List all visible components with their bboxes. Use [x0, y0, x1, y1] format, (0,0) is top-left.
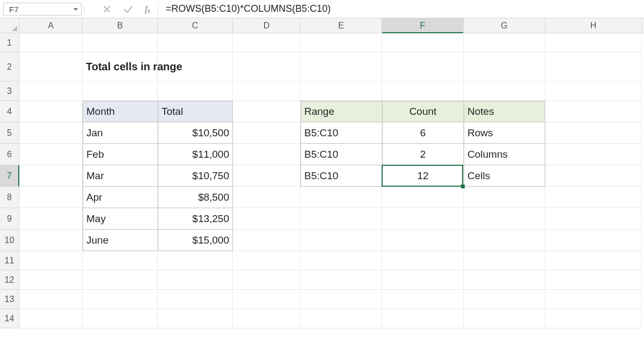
cell[interactable]: [19, 144, 83, 165]
cell[interactable]: [233, 290, 301, 309]
cell[interactable]: [545, 290, 642, 309]
cell[interactable]: [545, 82, 642, 101]
cell[interactable]: [545, 309, 642, 328]
cell[interactable]: [545, 270, 642, 290]
cell[interactable]: [382, 251, 464, 270]
cell[interactable]: [19, 270, 83, 290]
cell[interactable]: [158, 309, 233, 328]
cell[interactable]: [301, 53, 382, 82]
cell[interactable]: [158, 53, 233, 82]
cell[interactable]: [301, 82, 382, 101]
table2-header-range[interactable]: Range: [301, 101, 382, 122]
table1-cell[interactable]: June: [83, 230, 158, 251]
table2-cell[interactable]: Rows: [464, 122, 545, 144]
cell[interactable]: [464, 187, 545, 208]
cell[interactable]: [464, 53, 545, 82]
cell[interactable]: [301, 230, 382, 251]
cell[interactable]: [301, 187, 382, 208]
cell[interactable]: [545, 122, 642, 144]
cell[interactable]: [19, 82, 83, 101]
row-header-14[interactable]: 14: [0, 309, 19, 328]
cell[interactable]: [158, 290, 233, 309]
cell[interactable]: [464, 290, 545, 309]
col-header-C[interactable]: C: [158, 18, 233, 33]
cancel-icon[interactable]: [102, 4, 112, 14]
cell[interactable]: [233, 101, 301, 122]
chevron-down-icon[interactable]: [74, 8, 78, 11]
col-header-D[interactable]: D: [233, 18, 301, 33]
table1-cell[interactable]: $15,000: [158, 230, 233, 251]
cell[interactable]: [233, 165, 301, 187]
cell[interactable]: [464, 270, 545, 290]
row-header-8[interactable]: 8: [0, 187, 19, 208]
cell[interactable]: [382, 230, 464, 251]
cell[interactable]: [19, 53, 83, 82]
table1-cell[interactable]: $10,750: [158, 165, 233, 187]
row-header-13[interactable]: 13: [0, 290, 19, 309]
row-header-5[interactable]: 5: [0, 122, 19, 144]
table2-cell[interactable]: Cells: [464, 165, 545, 187]
cell[interactable]: [545, 208, 642, 230]
col-header-B[interactable]: B: [83, 18, 158, 33]
col-header-E[interactable]: E: [301, 18, 382, 33]
col-header-A[interactable]: A: [19, 18, 83, 33]
table1-cell[interactable]: Jan: [83, 122, 158, 144]
table1-cell[interactable]: Mar: [83, 165, 158, 187]
cell[interactable]: [382, 82, 464, 101]
cell[interactable]: [233, 122, 301, 144]
cell[interactable]: [158, 270, 233, 290]
cell[interactable]: [83, 82, 158, 101]
table2-header-notes[interactable]: Notes: [464, 101, 545, 122]
cell[interactable]: [83, 290, 158, 309]
cell[interactable]: [19, 309, 83, 328]
table2-cell[interactable]: 6: [382, 122, 464, 144]
table1-header-total[interactable]: Total: [158, 101, 233, 122]
cell[interactable]: [19, 208, 83, 230]
cell[interactable]: [83, 309, 158, 328]
cell[interactable]: [19, 101, 83, 122]
table2-cell[interactable]: B5:C10: [301, 165, 382, 187]
cell[interactable]: [83, 33, 158, 53]
cell[interactable]: [83, 251, 158, 270]
cell[interactable]: [301, 251, 382, 270]
cell[interactable]: [464, 251, 545, 270]
cell[interactable]: [158, 82, 233, 101]
table2-cell[interactable]: 2: [382, 144, 464, 165]
cell[interactable]: [233, 33, 301, 53]
cell[interactable]: [233, 251, 301, 270]
row-header-7[interactable]: 7: [0, 165, 19, 187]
cell[interactable]: [233, 230, 301, 251]
row-header-4[interactable]: 4: [0, 101, 19, 122]
select-all-corner[interactable]: [0, 18, 19, 33]
cell[interactable]: [19, 187, 83, 208]
cell[interactable]: [19, 230, 83, 251]
col-header-G[interactable]: G: [464, 18, 545, 33]
cell[interactable]: [382, 290, 464, 309]
table1-cell[interactable]: $8,500: [158, 187, 233, 208]
table1-cell[interactable]: $13,250: [158, 208, 233, 230]
formula-input[interactable]: =ROWS(B5:C10)*COLUMNS(B5:C10): [158, 0, 644, 18]
cell[interactable]: [301, 208, 382, 230]
cell[interactable]: [464, 309, 545, 328]
cell[interactable]: [233, 208, 301, 230]
cell[interactable]: [464, 230, 545, 251]
row-header-3[interactable]: 3: [0, 82, 19, 101]
table1-cell[interactable]: May: [83, 208, 158, 230]
col-header-H[interactable]: H: [545, 18, 642, 33]
cell[interactable]: [233, 82, 301, 101]
cell[interactable]: [464, 33, 545, 53]
cell[interactable]: [382, 270, 464, 290]
page-title[interactable]: Total cells in range: [83, 53, 158, 82]
table1-cell[interactable]: Apr: [83, 187, 158, 208]
cell[interactable]: [233, 144, 301, 165]
cell[interactable]: [19, 290, 83, 309]
cell[interactable]: [301, 270, 382, 290]
cell[interactable]: [19, 165, 83, 187]
enter-icon[interactable]: [123, 4, 133, 14]
cell[interactable]: [233, 187, 301, 208]
cell-F7[interactable]: 12: [382, 165, 464, 187]
table2-cell[interactable]: B5:C10: [301, 122, 382, 144]
cell[interactable]: [233, 270, 301, 290]
row-header-11[interactable]: 11: [0, 251, 19, 270]
cell[interactable]: [19, 251, 83, 270]
